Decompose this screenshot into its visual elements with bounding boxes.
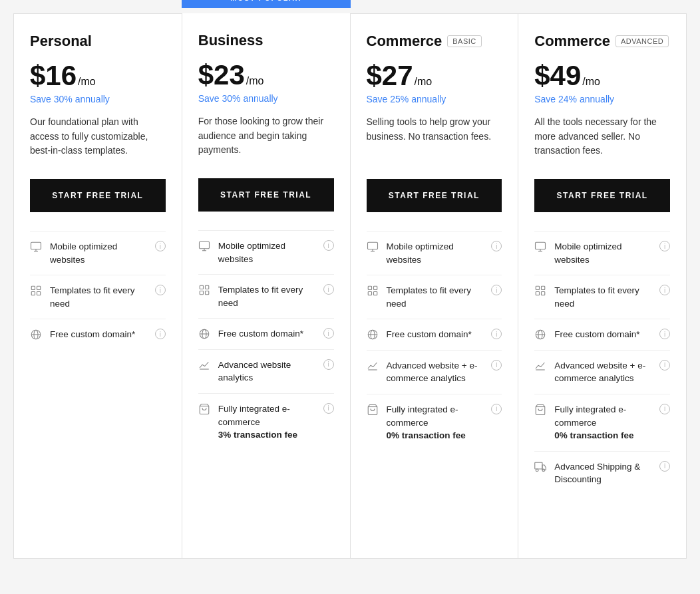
features-list: Mobile optimized websites i Te [198,230,334,450]
plan-price: $23 /mo [198,61,334,89]
svg-rect-3 [31,286,35,289]
feature-left: Free custom domain* [198,327,318,341]
info-icon[interactable]: i [491,285,502,295]
feature-item: Fully integrated e-commerce 0% transacti… [367,394,502,451]
plan-badge: ADVANCED [615,35,669,47]
start-trial-button[interactable]: START FREE TRIAL [30,179,166,212]
svg-rect-16 [205,291,208,295]
features-list: Mobile optimized websites i Te [30,231,166,350]
feature-icon-cart [534,404,546,416]
most-popular-banner: MOST POPULAR [182,0,351,8]
feature-left: Advanced website analytics [198,359,318,384]
plan-name: Business [198,32,334,49]
plan-price: $27 /mo [367,62,502,90]
analytics-icon [534,360,546,372]
feature-item: Free custom domain* i [30,319,166,350]
feature-left: Free custom domain* [30,328,150,341]
start-trial-button[interactable]: START FREE TRIAL [534,179,670,212]
plan-card-commerce-basic: CommerceBASIC $27 /mo Save 25% annually … [351,13,519,559]
svg-rect-39 [536,292,540,295]
feature-icon-analytics [534,360,546,372]
info-icon[interactable]: i [491,329,502,339]
feature-icon-monitor [367,241,379,253]
feature-left: Templates to fit every need [30,284,150,310]
feature-icon-globe [534,329,546,341]
info-icon[interactable]: i [155,285,166,295]
feature-left: Fully integrated e-commerce 0% transacti… [367,403,486,442]
info-icon[interactable]: i [323,284,334,295]
grid-icon [30,285,42,297]
feature-text: Fully integrated e-commerce 0% transacti… [387,403,486,442]
feature-icon-globe [30,329,42,341]
info-icon[interactable]: i [155,241,166,251]
globe-icon [30,329,42,341]
info-icon[interactable]: i [491,241,502,251]
monitor-icon [30,241,42,253]
svg-rect-6 [37,292,41,295]
info-icon[interactable]: i [491,360,502,371]
feature-left: Advanced website + e-commerce analytics [534,359,654,385]
svg-rect-26 [373,286,377,289]
svg-rect-38 [542,286,545,289]
monitor-icon [367,241,379,253]
feature-text: Templates to fit every need [50,284,150,310]
info-icon[interactable]: i [659,360,670,371]
feature-text: Advanced Shipping & Discounting [554,460,654,486]
feature-bold: 0% transaction fee [387,429,486,442]
feature-item: Free custom domain* i [367,319,502,350]
feature-item: Free custom domain* i [534,319,670,350]
cart-icon [198,403,210,415]
plan-description: For those looking to grow their audience… [198,114,334,162]
plan-description: Our foundational plan with access to ful… [30,115,166,163]
feature-text: Mobile optimized websites [50,240,150,266]
feature-text: Free custom domain* [50,328,135,341]
feature-icon-monitor [534,241,546,253]
feature-text: Advanced website + e-commerce analytics [554,359,654,385]
feature-left: Templates to fit every need [367,284,486,310]
plan-badge: BASIC [447,35,482,47]
features-list: Mobile optimized websites i Te [367,231,502,451]
feature-left: Templates to fit every need [534,284,654,310]
plan-card-business: MOST POPULAR Business $23 /mo Save 30% a… [182,13,351,559]
info-icon[interactable]: i [491,404,502,414]
feature-text: Advanced website + e-commerce analytics [387,359,486,385]
info-icon[interactable]: i [323,240,334,251]
grid-icon [367,285,379,297]
feature-item: Advanced website + e-commerce analytics … [534,350,670,394]
info-icon[interactable]: i [323,359,334,370]
analytics-icon [198,359,210,371]
svg-rect-14 [205,285,208,289]
price-dollar: $23 [198,61,245,89]
feature-item: Templates to fit every need i [30,275,166,319]
plan-description: All the tools necessary for the more adv… [534,115,670,163]
feature-icon-grid [30,285,42,297]
feature-text: Templates to fit every need [218,283,318,309]
svg-rect-46 [535,462,542,469]
feature-text: Templates to fit every need [387,284,486,310]
info-icon[interactable]: i [155,329,166,339]
feature-left: Mobile optimized websites [198,239,318,265]
info-icon[interactable]: i [659,285,670,295]
feature-left: Advanced Shipping & Discounting [534,460,654,486]
svg-rect-25 [368,286,371,289]
start-trial-button[interactable]: START FREE TRIAL [198,178,334,212]
start-trial-button[interactable]: START FREE TRIAL [367,179,502,212]
svg-rect-4 [37,286,41,289]
info-icon[interactable]: i [659,241,670,251]
feature-icon-cart [198,403,210,415]
price-save: Save 25% annually [367,94,502,104]
cart-icon [367,404,379,416]
feature-text: Free custom domain* [387,328,472,341]
info-icon[interactable]: i [659,404,670,414]
feature-item: Fully integrated e-commerce 3% transacti… [198,393,334,450]
price-period: /mo [246,75,264,87]
feature-left: Mobile optimized websites [534,240,654,266]
info-icon[interactable]: i [659,461,670,472]
info-icon[interactable]: i [323,328,334,339]
feature-text: Fully integrated e-commerce 3% transacti… [218,402,318,442]
info-icon[interactable]: i [659,329,670,339]
grid-icon [534,285,546,297]
info-icon[interactable]: i [323,403,334,414]
feature-item: Fully integrated e-commerce 0% transacti… [534,394,670,451]
feature-icon-monitor [198,240,210,252]
